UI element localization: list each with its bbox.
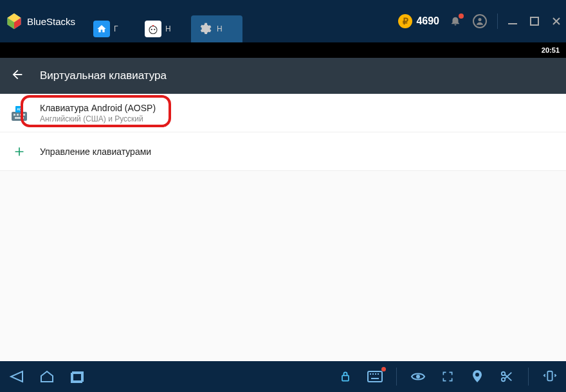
item-text: Клавиатура Android (AOSP) Английский (СШ… — [40, 103, 156, 123]
svg-point-23 — [416, 375, 420, 379]
close-button[interactable] — [552, 17, 561, 26]
nav-right-group — [337, 368, 558, 386]
notification-badge — [459, 13, 464, 19]
svg-rect-10 — [23, 114, 25, 116]
svg-point-25 — [502, 372, 505, 375]
bell-icon[interactable] — [450, 15, 462, 28]
svg-rect-16 — [342, 375, 349, 380]
minimize-button[interactable] — [508, 17, 517, 26]
svg-point-24 — [475, 373, 479, 377]
android-status-bar: 20:51 — [0, 42, 566, 58]
titlebar-divider — [497, 13, 498, 29]
app-logo-wrap: BlueStacks — [5, 12, 75, 30]
nav-divider — [396, 368, 397, 386]
svg-rect-18 — [370, 373, 371, 375]
item-text: Управление клавиатурами — [40, 147, 151, 157]
gear-icon — [196, 21, 213, 37]
coin-balance[interactable]: ₽ 4690 — [398, 14, 439, 28]
eye-icon[interactable] — [410, 370, 426, 384]
item-title: Управление клавиатурами — [40, 147, 151, 157]
svg-rect-7 — [14, 114, 15, 116]
svg-rect-11 — [15, 117, 24, 119]
manage-keyboards-item[interactable]: Управление клавиатурами — [0, 132, 566, 171]
svg-point-3 — [479, 18, 482, 21]
location-icon[interactable] — [469, 370, 486, 384]
titlebar-right: ₽ 4690 — [398, 13, 561, 29]
svg-rect-6 — [12, 112, 27, 121]
shake-icon[interactable] — [542, 370, 558, 384]
nav-left-group — [8, 370, 86, 384]
svg-text:AO: AO — [17, 107, 22, 111]
tab-label: Н — [165, 24, 171, 33]
android-nav-bar — [0, 361, 566, 392]
tab-app1[interactable]: Н — [140, 15, 191, 42]
svg-rect-20 — [375, 373, 376, 375]
keyboard-aosp-item[interactable]: AO Клавиатура Android (AOSP) Английский … — [0, 94, 566, 132]
window-controls — [508, 17, 561, 26]
svg-rect-27 — [547, 371, 552, 381]
maximize-button[interactable] — [530, 17, 539, 26]
svg-rect-19 — [372, 373, 374, 375]
svg-point-1 — [151, 29, 152, 30]
svg-rect-9 — [20, 114, 22, 116]
svg-rect-17 — [368, 371, 382, 382]
svg-point-0 — [149, 26, 157, 34]
chicken-icon — [145, 21, 161, 37]
nav-badge — [381, 367, 386, 371]
svg-rect-21 — [378, 373, 379, 375]
tab-home[interactable]: Г — [88, 15, 140, 42]
plus-icon — [10, 143, 28, 161]
account-icon[interactable] — [473, 14, 487, 28]
app-name: BlueStacks — [27, 16, 75, 27]
settings-header: Виртуальная клавиатура — [0, 58, 566, 94]
coin-value: 4690 — [416, 15, 439, 27]
recent-icon[interactable] — [69, 370, 86, 384]
page-title: Виртуальная клавиатура — [40, 69, 167, 82]
scissors-icon[interactable] — [498, 370, 515, 384]
back-arrow-icon[interactable] — [10, 67, 24, 84]
svg-point-26 — [502, 378, 505, 381]
svg-point-2 — [154, 29, 155, 30]
tab-label: Г — [114, 24, 118, 33]
item-title: Клавиатура Android (AOSP) — [40, 103, 156, 113]
item-subtitle: Английский (США) и Русский — [40, 114, 156, 123]
titlebar: BlueStacks Г Н Н ₽ 4690 — [0, 0, 566, 42]
svg-rect-5 — [531, 17, 538, 25]
back-icon[interactable] — [8, 370, 24, 384]
svg-rect-22 — [371, 378, 379, 379]
svg-rect-8 — [17, 114, 19, 116]
keyboard-aosp-icon: AO — [10, 104, 28, 122]
keyboard-nav-icon[interactable] — [367, 370, 383, 384]
tab-label: Н — [217, 24, 223, 33]
tab-settings[interactable]: Н — [191, 15, 242, 42]
tab-strip: Г Н Н — [88, 0, 242, 42]
nav-divider — [528, 368, 529, 386]
fullscreen-icon[interactable] — [439, 370, 456, 384]
bluestacks-logo-icon — [5, 12, 23, 30]
coin-icon: ₽ — [398, 14, 412, 28]
settings-content: AO Клавиатура Android (AOSP) Английский … — [0, 94, 566, 361]
home-icon — [93, 21, 110, 37]
svg-rect-4 — [508, 23, 517, 24]
home-icon[interactable] — [39, 370, 55, 384]
clock-time: 20:51 — [542, 46, 560, 54]
lock-toggle-icon[interactable] — [337, 370, 354, 384]
